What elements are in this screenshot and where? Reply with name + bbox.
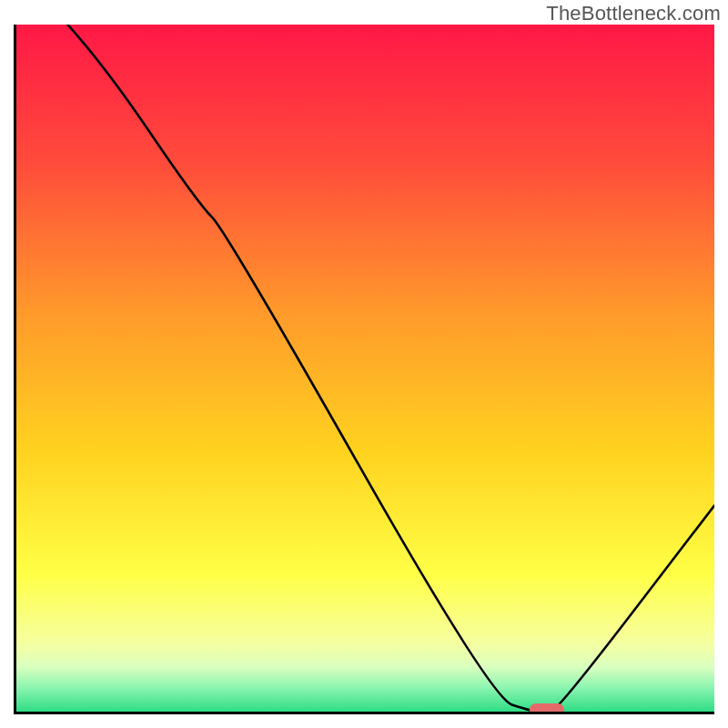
bottleneck-chart: TheBottleneck.com xyxy=(0,0,728,728)
plot-area xyxy=(14,25,714,714)
optimal-marker xyxy=(14,25,714,714)
x-axis xyxy=(14,712,714,714)
y-axis xyxy=(14,25,16,714)
watermark-text: TheBottleneck.com xyxy=(546,2,721,25)
